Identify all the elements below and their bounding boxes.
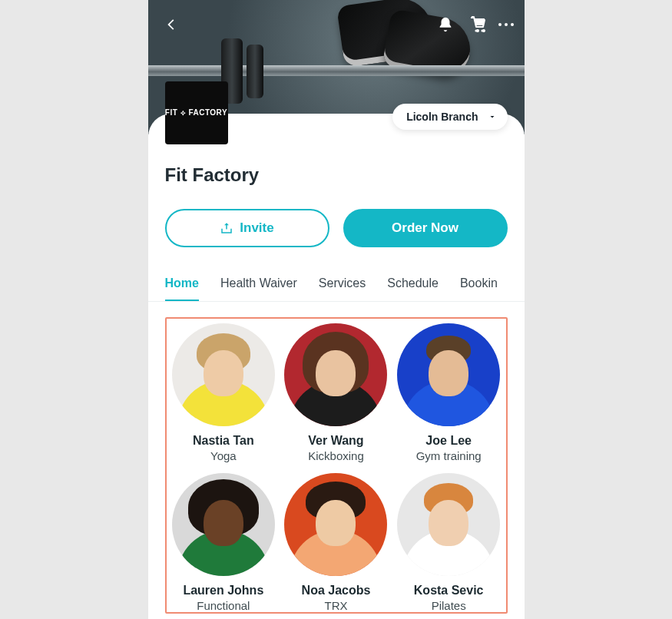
order-now-label: Order Now <box>392 220 458 236</box>
bell-icon <box>437 16 454 33</box>
staff-name: Noa Jacobs <box>302 584 371 597</box>
tab-home[interactable]: Home <box>165 270 199 301</box>
invite-label: Invite <box>240 220 273 236</box>
tab-health-waiver[interactable]: Health Waiver <box>220 270 297 301</box>
staff-card[interactable]: Kosta Sevic Pilates <box>396 473 502 612</box>
staff-role: Kickboxing <box>308 449 364 462</box>
top-bar <box>148 8 525 41</box>
branch-selector[interactable]: Licoln Branch <box>392 104 507 130</box>
staff-role: Gym training <box>416 449 482 462</box>
tab-label: Schedule <box>387 276 439 290</box>
tab-label: Bookin <box>460 276 498 290</box>
avatar <box>284 473 387 576</box>
staff-card[interactable]: Joe Lee Gym training <box>396 323 502 462</box>
svg-point-1 <box>481 29 483 31</box>
dots-icon <box>498 23 502 26</box>
staff-role: Yoga <box>210 449 237 462</box>
branch-label: Licoln Branch <box>406 111 478 123</box>
order-now-button[interactable]: Order Now <box>343 209 508 247</box>
dots-icon <box>511 23 514 26</box>
business-logo-text: FIT ⟡ FACTORY <box>165 108 227 118</box>
cart-button[interactable] <box>465 12 491 38</box>
tab-schedule[interactable]: Schedule <box>387 270 439 301</box>
staff-role: Functional <box>197 599 250 612</box>
staff-card[interactable]: Noa Jacobs TRX <box>283 473 389 612</box>
chevron-left-icon <box>162 16 179 33</box>
business-logo: FIT ⟡ FACTORY <box>165 81 228 144</box>
staff-name: Nastia Tan <box>193 434 254 448</box>
dots-icon <box>505 23 508 26</box>
notifications-button[interactable] <box>432 12 458 38</box>
content-sheet: FIT ⟡ FACTORY Licoln Branch Fit Factory … <box>148 114 525 619</box>
staff-name: Kosta Sevic <box>414 584 484 597</box>
tabs: Home Health Waiver Services Schedule Boo… <box>148 270 525 302</box>
tab-label: Health Waiver <box>220 276 297 290</box>
staff-name: Ver Wang <box>308 434 363 448</box>
invite-button[interactable]: Invite <box>165 209 329 247</box>
staff-role: TRX <box>324 599 347 612</box>
staff-card[interactable]: Lauren Johns Functional <box>171 473 276 612</box>
more-menu-button[interactable] <box>498 23 514 26</box>
staff-grid: Nastia Tan Yoga Ver Wang Kickboxing Joe … <box>171 323 502 612</box>
chevron-down-icon <box>488 112 497 121</box>
staff-section: Nastia Tan Yoga Ver Wang Kickboxing Joe … <box>165 317 508 614</box>
app-screen: FIT ⟡ FACTORY Licoln Branch Fit Factory … <box>148 0 525 619</box>
avatar <box>172 473 275 576</box>
back-button[interactable] <box>159 13 182 36</box>
hero-decor-plate <box>247 45 263 98</box>
avatar <box>397 473 500 576</box>
avatar <box>397 323 500 426</box>
tab-services[interactable]: Services <box>319 270 366 301</box>
tab-label: Home <box>165 276 199 290</box>
avatar <box>172 323 275 426</box>
staff-name: Joe Lee <box>425 434 472 448</box>
avatar <box>284 323 387 426</box>
staff-card[interactable]: Ver Wang Kickboxing <box>283 323 389 462</box>
action-row: Invite Order Now <box>165 209 508 247</box>
hero-decor-barbell <box>148 65 525 76</box>
staff-name: Lauren Johns <box>183 584 263 597</box>
business-name: Fit Factory <box>165 164 508 186</box>
svg-point-0 <box>475 29 477 31</box>
tab-bookings[interactable]: Bookin <box>460 270 498 301</box>
share-icon <box>220 221 233 235</box>
tab-label: Services <box>319 276 366 290</box>
staff-role: Pilates <box>432 599 466 612</box>
cart-icon <box>468 15 487 34</box>
staff-card[interactable]: Nastia Tan Yoga <box>171 323 276 462</box>
